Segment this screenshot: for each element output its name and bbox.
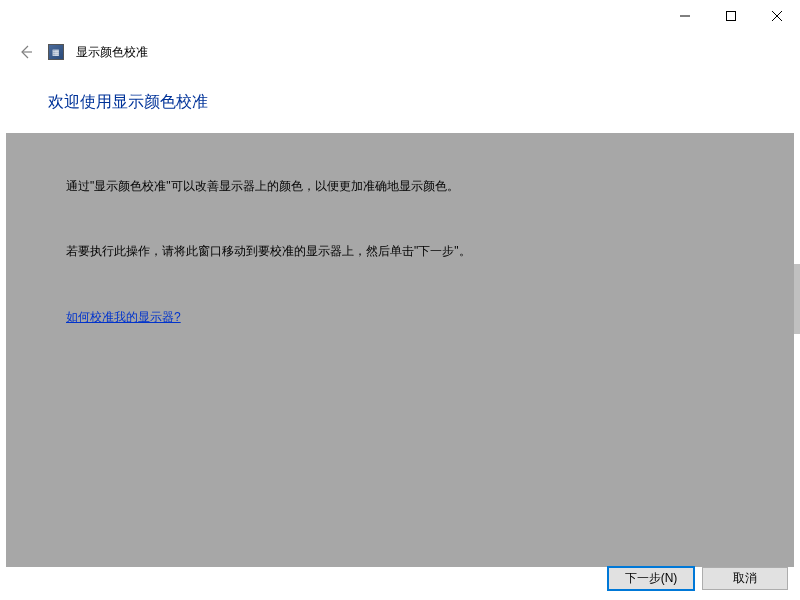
content-area: 通过"显示颜色校准"可以改善显示器上的颜色，以便更加准确地显示颜色。 若要执行此… bbox=[6, 133, 794, 567]
app-icon: ▦ bbox=[48, 44, 64, 60]
window-title: 显示颜色校准 bbox=[76, 44, 148, 61]
heading-row: 欢迎使用显示颜色校准 bbox=[0, 76, 800, 133]
minimize-button[interactable] bbox=[662, 0, 708, 32]
footer-buttons: 下一步(N) 取消 bbox=[608, 567, 788, 590]
help-link[interactable]: 如何校准我的显示器? bbox=[66, 310, 181, 324]
paragraph-instruction: 若要执行此操作，请将此窗口移动到要校准的显示器上，然后单击"下一步"。 bbox=[66, 242, 734, 261]
header: ▦ 显示颜色校准 bbox=[0, 32, 800, 76]
maximize-button[interactable] bbox=[708, 0, 754, 32]
close-button[interactable] bbox=[754, 0, 800, 32]
scrollbar-thumb[interactable] bbox=[794, 264, 800, 334]
next-button[interactable]: 下一步(N) bbox=[608, 567, 694, 590]
back-button[interactable] bbox=[16, 42, 36, 62]
paragraph-intro: 通过"显示颜色校准"可以改善显示器上的颜色，以便更加准确地显示颜色。 bbox=[66, 177, 734, 196]
svg-rect-1 bbox=[727, 12, 736, 21]
titlebar bbox=[0, 0, 800, 32]
cancel-button[interactable]: 取消 bbox=[702, 567, 788, 590]
page-heading: 欢迎使用显示颜色校准 bbox=[48, 92, 752, 113]
